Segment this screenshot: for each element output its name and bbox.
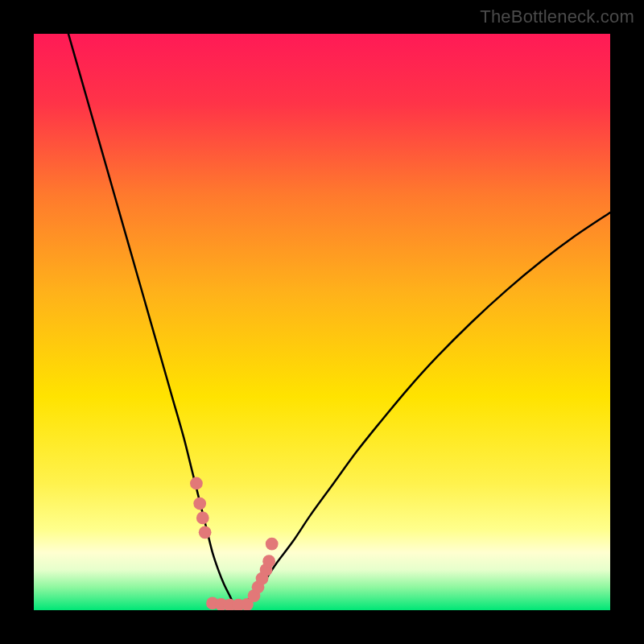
chart-svg xyxy=(34,34,610,610)
curve-right xyxy=(236,213,610,605)
plot-area xyxy=(34,34,610,610)
marker-dot xyxy=(266,538,279,551)
marker-dot xyxy=(262,555,275,568)
marker-dot xyxy=(196,512,209,525)
marker-group xyxy=(190,477,279,610)
curve-left xyxy=(68,34,236,605)
marker-dot xyxy=(190,477,203,490)
outer-frame: TheBottleneck.com xyxy=(0,0,644,644)
marker-dot xyxy=(193,497,206,510)
marker-dot xyxy=(199,526,212,539)
watermark-text: TheBottleneck.com xyxy=(480,6,634,27)
